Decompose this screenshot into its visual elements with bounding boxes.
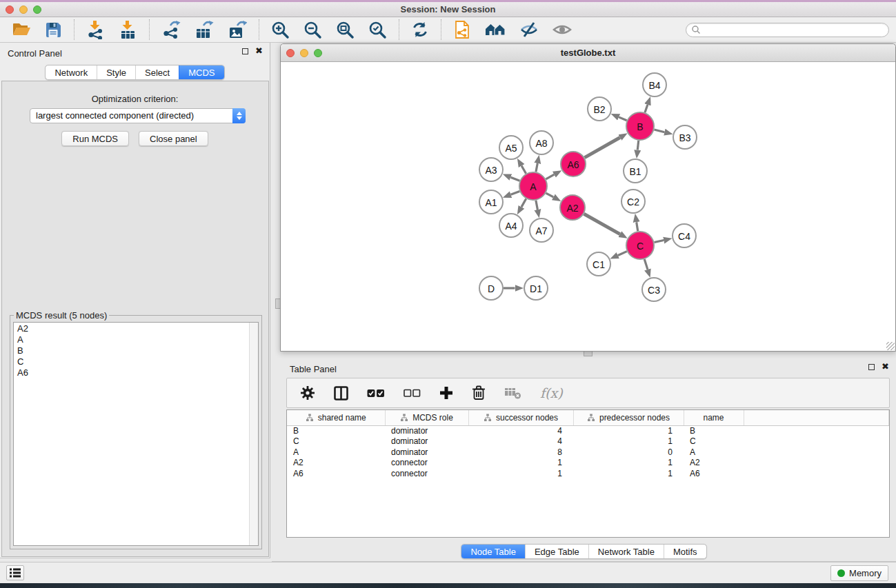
table-cell[interactable]: 4	[468, 425, 573, 436]
table-cell[interactable]: dominator	[385, 425, 468, 436]
table-cell[interactable]: 8	[468, 447, 573, 458]
graph-node-A7[interactable]: A7	[530, 219, 553, 242]
graph-edge-A-A4[interactable]	[521, 199, 526, 207]
show-all-icon[interactable]	[552, 22, 572, 37]
table-cell[interactable]: dominator	[385, 436, 468, 447]
graph-node-B3[interactable]: B3	[673, 125, 697, 149]
graph-node-B2[interactable]: B2	[588, 97, 611, 121]
list-item[interactable]: A	[14, 334, 258, 345]
zoom-out-icon[interactable]	[303, 21, 322, 39]
column-header[interactable]: shared name	[287, 410, 385, 425]
graph-edge-A-A5[interactable]	[521, 165, 526, 173]
graph-node-C2[interactable]: C2	[621, 190, 645, 213]
graph-edge-B-B3[interactable]	[654, 130, 664, 132]
graph-edge-B-B1[interactable]	[637, 141, 638, 150]
table-cell[interactable]: dominator	[385, 447, 468, 458]
table-cell[interactable]: B	[684, 425, 744, 436]
list-item[interactable]: A2	[14, 323, 258, 334]
graph-node-B1[interactable]: B1	[624, 159, 647, 183]
zoom-selected-icon[interactable]	[368, 21, 387, 39]
float-panel-icon[interactable]	[868, 364, 875, 370]
table-row[interactable]: Bdominator41B	[287, 425, 889, 436]
scrollbar-track[interactable]	[249, 323, 258, 545]
graph-edge-C-C4[interactable]	[655, 241, 664, 243]
table-cell[interactable]: connector	[385, 468, 468, 479]
table-row[interactable]: Adominator80A	[287, 447, 889, 458]
search-input[interactable]	[701, 25, 888, 34]
graph-node-C3[interactable]: C3	[642, 278, 666, 301]
float-panel-icon[interactable]	[242, 48, 248, 54]
export-network-icon[interactable]	[161, 20, 181, 39]
deselect-all-icon[interactable]	[404, 388, 421, 398]
graph-edge-C-C1[interactable]	[618, 252, 627, 256]
table-cell[interactable]: C	[287, 436, 385, 447]
table-cell[interactable]: A6	[287, 468, 385, 479]
graph-node-A2[interactable]: A2	[560, 195, 585, 220]
tab-network-table[interactable]: Network Table	[588, 545, 664, 558]
close-panel-icon[interactable]: ✖	[255, 48, 263, 54]
table-cell[interactable]: 0	[573, 447, 684, 458]
table-cell[interactable]: B	[287, 425, 385, 436]
column-header[interactable]: MCDS role	[385, 410, 468, 425]
gear-icon[interactable]	[300, 385, 315, 401]
graph-node-C4[interactable]: C4	[673, 224, 696, 247]
table-cell[interactable]: A6	[684, 468, 744, 479]
network-window-titlebar[interactable]: testGlobe.txt	[281, 44, 895, 62]
graph-node-C1[interactable]: C1	[587, 252, 610, 276]
graph-node-A5[interactable]: A5	[499, 136, 523, 159]
zoom-fit-icon[interactable]	[336, 21, 355, 39]
select-all-icon[interactable]	[367, 388, 385, 398]
network-canvas[interactable]: B4B2BB3A5A8A6A3B1AC2A1A2A4A7CC4C1C3DD1	[281, 62, 895, 351]
delete-column-icon[interactable]	[472, 385, 486, 401]
tab-network[interactable]: Network	[46, 65, 97, 79]
refresh-layout-icon[interactable]	[411, 21, 429, 39]
graph-edge-A-A1[interactable]	[511, 191, 520, 194]
tab-style[interactable]: Style	[97, 65, 135, 79]
table-row[interactable]: Cdominator41C	[287, 436, 889, 447]
graph-node-C[interactable]: C	[626, 232, 654, 259]
graph-node-A1[interactable]: A1	[479, 190, 503, 214]
open-file-icon[interactable]	[12, 21, 31, 39]
graph-edge-A6-B[interactable]	[585, 138, 620, 158]
table-cell[interactable]: connector	[385, 458, 468, 469]
task-history-button[interactable]	[6, 565, 24, 580]
graph-node-A[interactable]: A	[519, 172, 547, 200]
node-table[interactable]: shared nameMCDS rolesuccessor nodesprede…	[287, 410, 889, 479]
search-box[interactable]	[686, 23, 889, 37]
graph-node-D1[interactable]: D1	[524, 276, 548, 300]
table-row[interactable]: A6connector11A6	[287, 468, 889, 479]
table-row[interactable]: A2connector11A2	[287, 458, 889, 469]
graph-node-A8[interactable]: A8	[530, 131, 553, 154]
new-network-from-file-icon[interactable]	[453, 20, 471, 39]
table-cell[interactable]: 1	[573, 468, 684, 479]
graph-edge-B-B2[interactable]	[619, 117, 627, 121]
table-cell[interactable]: 1	[573, 458, 684, 469]
import-network-icon[interactable]	[86, 20, 105, 39]
mcds-result-list[interactable]: A2ABCA6	[13, 322, 259, 546]
export-image-icon[interactable]	[228, 20, 247, 39]
graph-node-A3[interactable]: A3	[479, 158, 503, 181]
table-cell[interactable]: A2	[287, 458, 385, 469]
graph-edge-A-A3[interactable]	[510, 177, 519, 181]
tab-select[interactable]: Select	[135, 65, 179, 79]
table-cell[interactable]: 1	[468, 458, 573, 469]
graph-edge-B-B4[interactable]	[645, 105, 648, 112]
graph-edge-A-A8[interactable]	[536, 163, 537, 172]
window-resize-grip[interactable]	[886, 342, 895, 350]
add-column-icon[interactable]	[439, 386, 453, 400]
run-mcds-button[interactable]: Run MCDS	[61, 131, 129, 146]
graph-node-A6[interactable]: A6	[561, 152, 586, 176]
table-cell[interactable]: 1	[573, 425, 684, 436]
table-cell[interactable]: A2	[684, 458, 744, 469]
table-cell[interactable]: 1	[573, 436, 684, 447]
list-item[interactable]: B	[14, 345, 258, 356]
column-header[interactable]: successor nodes	[468, 410, 573, 425]
graph-node-B4[interactable]: B4	[643, 73, 666, 97]
tab-edge-table[interactable]: Edge Table	[525, 545, 588, 558]
graph-node-D[interactable]: D	[479, 276, 503, 300]
column-header[interactable]: name	[684, 410, 744, 425]
column-header[interactable]: predecessor nodes	[573, 410, 684, 425]
criterion-dropdown[interactable]: largest connected component (directed)	[30, 108, 246, 123]
hide-selected-icon[interactable]	[519, 21, 539, 39]
graph-edge-A-A6[interactable]	[546, 174, 554, 179]
